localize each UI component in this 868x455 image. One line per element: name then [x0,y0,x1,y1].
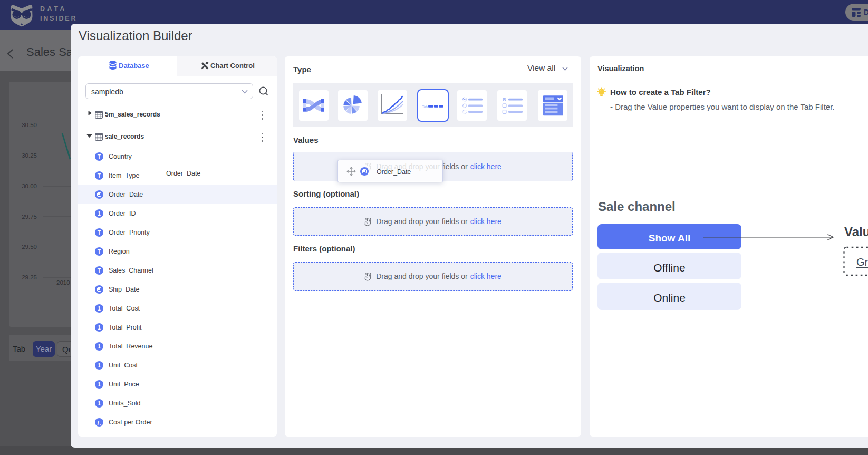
svg-text:Tab: Tab [422,104,428,108]
